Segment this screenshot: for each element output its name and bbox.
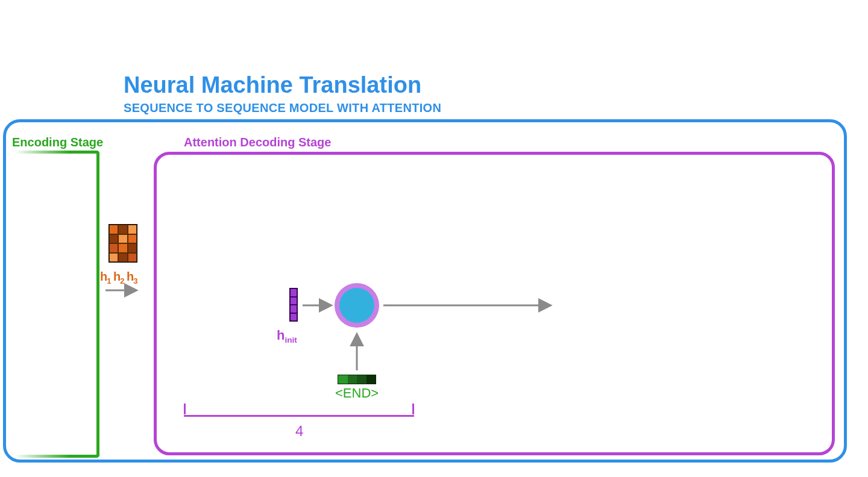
decoding-stage-label: Attention Decoding Stage [184,136,331,149]
decoder-node [335,283,379,328]
step-number: 4 [295,423,303,440]
encoder-hidden-states-matrix [108,224,137,263]
encoding-stage-label: Encoding Stage [12,136,103,149]
step-bracket [184,404,414,417]
input-token-label: <END> [335,385,379,401]
input-token-vector [338,375,376,384]
diagram-title: Neural Machine Translation [124,72,421,98]
encoder-hidden-states-labels: h1 h2 h3 [100,270,137,285]
hinit-vector [289,288,298,322]
diagram-subtitle: SEQUENCE TO SEQUENCE MODEL WITH ATTENTIO… [124,101,441,115]
hinit-label: hinit [277,328,297,344]
